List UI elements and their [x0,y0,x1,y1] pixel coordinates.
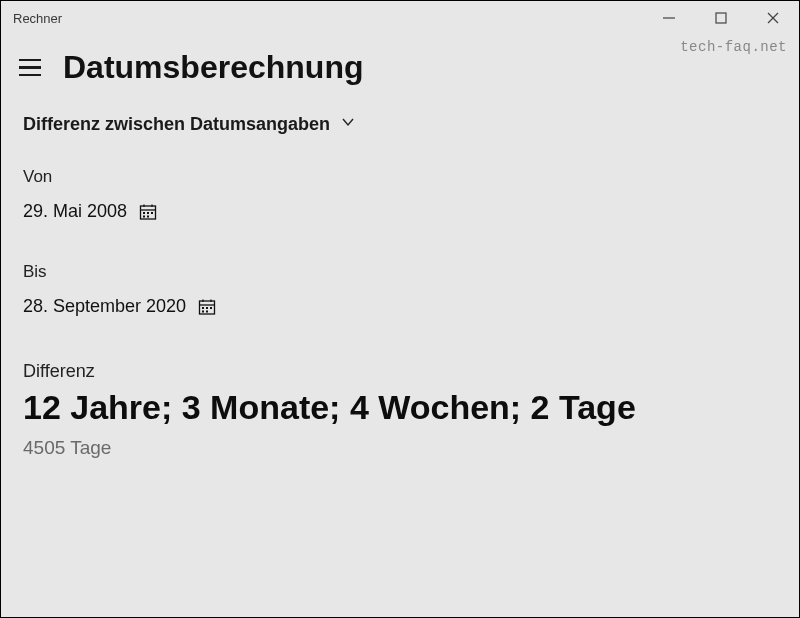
svg-rect-10 [151,212,153,214]
chevron-down-icon [340,114,356,135]
result-label: Differenz [23,361,777,382]
svg-rect-8 [143,212,145,214]
mode-dropdown[interactable]: Differenz zwischen Datumsangaben [23,114,777,135]
svg-rect-18 [206,307,208,309]
svg-rect-9 [147,212,149,214]
to-date-picker[interactable]: 28. September 2020 [23,296,777,317]
minimize-button[interactable] [643,1,695,35]
maximize-button[interactable] [695,1,747,35]
titlebar: Rechner [1,1,799,35]
svg-rect-17 [202,307,204,309]
svg-rect-21 [206,310,208,312]
calendar-icon [139,203,157,221]
result-days: 4505 Tage [23,437,777,459]
content-area: Differenz zwischen Datumsangaben Von 29.… [1,114,799,459]
svg-rect-20 [202,310,204,312]
close-button[interactable] [747,1,799,35]
window-title: Rechner [13,11,643,26]
app-window: Rechner tech-faq.net [0,0,800,618]
watermark-text: tech-faq.net [680,39,787,55]
mode-dropdown-label: Differenz zwischen Datumsangaben [23,114,330,135]
svg-rect-1 [716,13,726,23]
from-date-value: 29. Mai 2008 [23,201,127,222]
minimize-icon [663,12,675,24]
window-controls [643,1,799,35]
page-title: Datumsberechnung [63,49,363,86]
menu-button[interactable] [19,56,43,80]
to-date-value: 28. September 2020 [23,296,186,317]
svg-rect-12 [147,215,149,217]
calendar-icon [198,298,216,316]
svg-rect-19 [210,307,212,309]
from-date-picker[interactable]: 29. Mai 2008 [23,201,777,222]
close-icon [767,12,779,24]
from-label: Von [23,167,777,187]
result-main: 12 Jahre; 3 Monate; 4 Wochen; 2 Tage [23,388,777,427]
svg-rect-11 [143,215,145,217]
maximize-icon [715,12,727,24]
hamburger-icon [19,59,41,62]
to-label: Bis [23,262,777,282]
